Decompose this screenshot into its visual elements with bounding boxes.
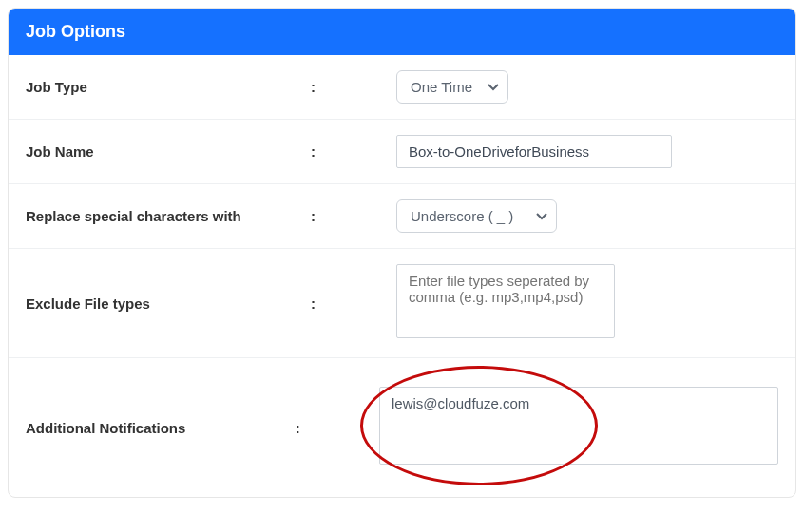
row-exclude-types: Exclude File types :	[9, 249, 795, 358]
exclude-types-input[interactable]	[396, 264, 615, 338]
colon: :	[296, 420, 322, 436]
row-replace-chars: Replace special characters with : Unders…	[9, 184, 795, 249]
value-replace-chars: Underscore ( _ )	[339, 200, 778, 233]
job-type-select[interactable]: One Time	[396, 70, 508, 104]
card-title: Job Options	[26, 22, 125, 41]
job-type-select-wrap: One Time	[396, 70, 508, 104]
label-exclude-types: Exclude File types	[26, 295, 311, 312]
card-header: Job Options	[9, 9, 795, 55]
value-job-type: One Time	[339, 70, 778, 104]
replace-chars-select-wrap: Underscore ( _ )	[396, 200, 557, 233]
colon: :	[311, 208, 339, 224]
replace-chars-select[interactable]: Underscore ( _ )	[396, 200, 557, 233]
colon: :	[311, 295, 339, 312]
value-exclude-types	[339, 264, 778, 342]
value-job-name	[339, 135, 778, 168]
colon: :	[311, 79, 339, 95]
colon: :	[311, 143, 339, 160]
row-job-name: Job Name :	[9, 120, 795, 184]
job-options-card: Job Options Job Type : One Time Job Name…	[8, 8, 796, 498]
label-replace-chars: Replace special characters with	[26, 208, 311, 224]
label-notifications: Additional Notifications	[26, 420, 296, 436]
row-notifications: Additional Notifications :	[9, 358, 795, 497]
row-job-type: Job Type : One Time	[9, 55, 795, 120]
job-name-input[interactable]	[396, 135, 672, 168]
label-job-type: Job Type	[26, 79, 311, 95]
notifications-input[interactable]	[379, 387, 778, 465]
value-notifications	[322, 387, 778, 468]
label-job-name: Job Name	[26, 143, 311, 160]
